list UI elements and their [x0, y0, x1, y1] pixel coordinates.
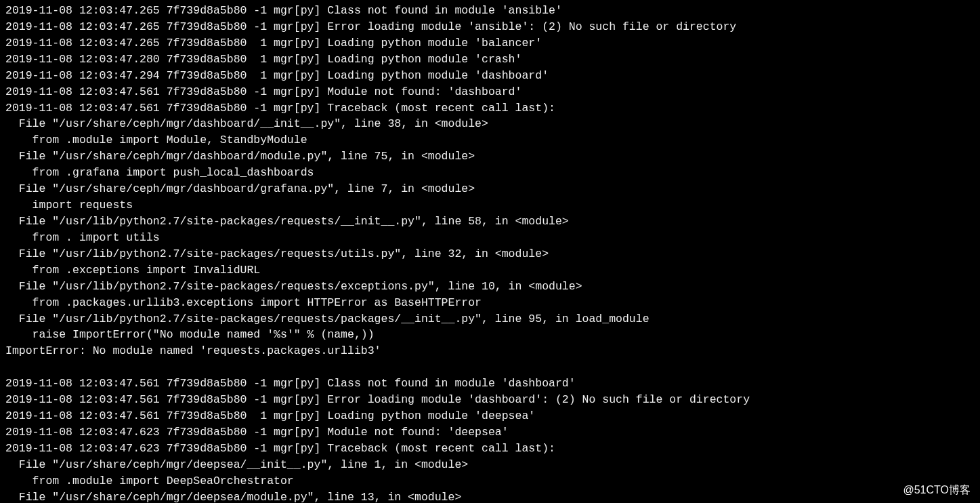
log-line: from .exceptions import InvalidURL	[5, 262, 975, 279]
log-line: File "/usr/share/ceph/mgr/deepsea/module…	[5, 489, 975, 503]
log-line: raise ImportError("No module named '%s'"…	[5, 327, 975, 343]
log-line: 2019-11-08 12:03:47.561 7f739d8a5b80 -1 …	[5, 376, 975, 392]
log-line: File "/usr/share/ceph/mgr/dashboard/__in…	[5, 116, 975, 132]
log-line: 2019-11-08 12:03:47.561 7f739d8a5b80 -1 …	[5, 100, 975, 117]
log-line: File "/usr/lib/python2.7/site-packages/r…	[5, 246, 975, 262]
log-line: 2019-11-08 12:03:47.561 7f739d8a5b80 1 m…	[5, 408, 975, 424]
log-line: File "/usr/lib/python2.7/site-packages/r…	[5, 279, 975, 295]
log-line: File "/usr/lib/python2.7/site-packages/r…	[5, 311, 975, 327]
log-line: 2019-11-08 12:03:47.561 7f739d8a5b80 -1 …	[5, 84, 975, 100]
log-line	[5, 359, 975, 376]
log-line: 2019-11-08 12:03:47.294 7f739d8a5b80 1 m…	[5, 68, 975, 84]
log-line: from .packages.urllib3.exceptions import…	[5, 295, 975, 311]
log-line: 2019-11-08 12:03:47.623 7f739d8a5b80 -1 …	[5, 441, 975, 457]
log-line: 2019-11-08 12:03:47.280 7f739d8a5b80 1 m…	[5, 52, 975, 68]
log-line: from .module import Module, StandbyModul…	[5, 132, 975, 148]
log-line: 2019-11-08 12:03:47.561 7f739d8a5b80 -1 …	[5, 392, 975, 408]
log-line: 2019-11-08 12:03:47.265 7f739d8a5b80 -1 …	[5, 19, 975, 35]
log-line: File "/usr/share/ceph/mgr/dashboard/graf…	[5, 181, 975, 197]
watermark-label: @51CTO博客	[903, 482, 971, 498]
terminal-output: 2019-11-08 12:03:47.265 7f739d8a5b80 -1 …	[0, 0, 980, 503]
log-line: 2019-11-08 12:03:47.265 7f739d8a5b80 1 m…	[5, 35, 975, 52]
log-line: import requests	[5, 197, 975, 214]
log-line: 2019-11-08 12:03:47.265 7f739d8a5b80 -1 …	[5, 3, 975, 19]
log-line: File "/usr/share/ceph/mgr/deepsea/__init…	[5, 457, 975, 473]
log-line: ImportError: No module named 'requests.p…	[5, 343, 975, 359]
log-line: File "/usr/lib/python2.7/site-packages/r…	[5, 214, 975, 230]
log-line: from . import utils	[5, 230, 975, 246]
log-line: from .module import DeepSeaOrchestrator	[5, 473, 975, 489]
log-line: 2019-11-08 12:03:47.623 7f739d8a5b80 -1 …	[5, 424, 975, 441]
log-line: File "/usr/share/ceph/mgr/dashboard/modu…	[5, 148, 975, 165]
log-line: from .grafana import push_local_dashboar…	[5, 165, 975, 181]
